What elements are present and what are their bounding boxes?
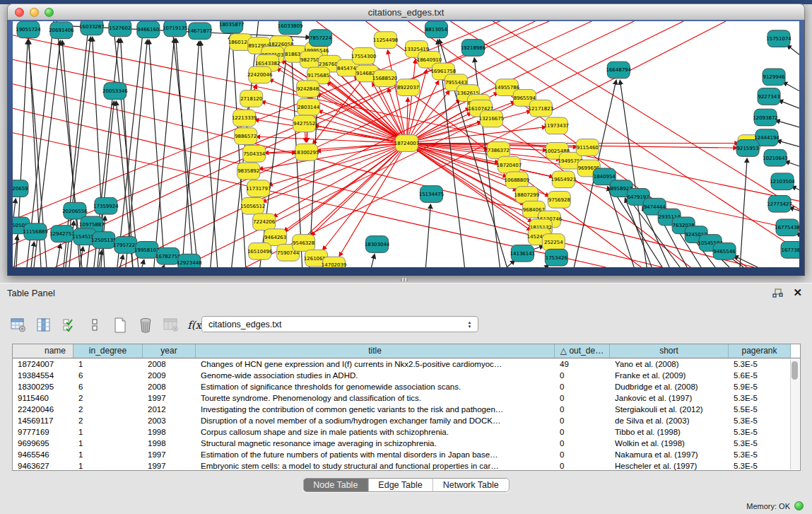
graph-node[interactable]: 18035877: [219, 21, 245, 33]
column-header-name[interactable]: name: [13, 344, 73, 358]
table-cell[interactable]: 6: [73, 370, 143, 381]
table-scrollbar[interactable]: [790, 359, 799, 469]
table-cell[interactable]: 6: [73, 381, 143, 392]
table-cell[interactable]: 5.5E-5: [729, 404, 791, 415]
table-cell[interactable]: 5.3E-5: [729, 392, 791, 404]
table-cell[interactable]: 2: [73, 404, 143, 415]
table-cell[interactable]: 2012: [143, 404, 196, 415]
table-cell[interactable]: Genome-wide association studies in ADHD.: [196, 370, 555, 381]
window-titlebar[interactable]: citations_edges.txt: [7, 4, 805, 21]
table-scrollbar-thumb[interactable]: [792, 361, 798, 380]
graph-node[interactable]: 18300295: [294, 144, 319, 161]
import-table-icon[interactable]: [163, 317, 180, 334]
graph-node[interactable]: 18303044: [365, 236, 390, 253]
graph-node[interactable]: 9756928: [548, 192, 570, 209]
table-row[interactable]: 911546021997Tourette syndrome. Phenomeno…: [13, 392, 800, 404]
table-cell[interactable]: 5.3E-5: [729, 426, 791, 438]
table-cell[interactable]: 0: [555, 426, 610, 438]
graph-node[interactable]: 18807299: [514, 187, 540, 204]
table-cell[interactable]: 0: [555, 404, 610, 415]
graph-node[interactable]: 1527602: [109, 21, 131, 37]
table-cell[interactable]: Tibbo et al. (1998): [610, 426, 729, 438]
graph-node[interactable]: 15134475: [419, 186, 445, 203]
table-row[interactable]: 2242004622012Investigating the contribut…: [13, 404, 800, 415]
graph-node[interactable]: 12773427: [767, 195, 792, 212]
table-cell[interactable]: 2: [73, 392, 143, 404]
float-panel-icon[interactable]: [772, 288, 784, 298]
graph-node[interactable]: 9427552: [293, 115, 316, 132]
graph-node[interactable]: 9215953: [736, 140, 759, 157]
graph-node[interactable]: 9466160: [137, 21, 160, 38]
table-row[interactable]: 1456911722003Disruption of a novel membe…: [13, 415, 800, 426]
graph-node[interactable]: 12093872: [753, 109, 778, 126]
graph-node[interactable]: 19218986: [461, 40, 486, 57]
table-selector-dropdown[interactable]: citations_edges.txt ▲▼: [201, 316, 478, 332]
table-cell[interactable]: de Silva et al. (2003): [610, 415, 729, 426]
table-cell[interactable]: 49: [555, 358, 610, 370]
graph-node[interactable]: 16033809: [278, 21, 303, 35]
unselect-all-icon[interactable]: [86, 317, 103, 334]
graph-node[interactable]: 12103504: [770, 173, 795, 190]
graph-node[interactable]: 13216675: [479, 110, 505, 127]
graph-node[interactable]: 19055724: [16, 21, 41, 38]
memory-ok-indicator[interactable]: [794, 501, 804, 510]
graph-node[interactable]: 7224206: [253, 214, 276, 230]
graph-node[interactable]: 11254498: [373, 32, 399, 49]
graph-node[interactable]: 11731797: [246, 180, 271, 197]
table-cell[interactable]: Nakamura et al. (1997): [610, 449, 729, 460]
table-cell[interactable]: 1998: [143, 426, 196, 438]
table-cell[interactable]: 2008: [143, 358, 196, 370]
table-cell[interactable]: Corpus callosum shape and size in male p…: [196, 426, 555, 438]
table-cell[interactable]: 14569117: [13, 415, 73, 426]
table-row[interactable]: 1938455462009Genome-wide association stu…: [13, 370, 800, 381]
tab-network-table[interactable]: Network Table: [433, 479, 509, 491]
table-cell[interactable]: 2008: [143, 381, 196, 392]
graph-node[interactable]: 2803144: [298, 98, 320, 115]
table-cell[interactable]: 1997: [143, 449, 196, 460]
graph-node[interactable]: 9546328: [293, 235, 315, 252]
graph-node[interactable]: 18720407: [497, 156, 522, 173]
table-cell[interactable]: Tourette syndrome. Phenomenology and cla…: [196, 392, 555, 404]
panel-resize-grip[interactable]: [401, 278, 408, 281]
column-header-year[interactable]: year: [143, 344, 196, 358]
graph-node[interactable]: 14671877: [187, 23, 213, 40]
table-cell[interactable]: 18300295: [13, 381, 73, 392]
network-canvas[interactable]: 1872400718601243891295518226058982750316…: [13, 21, 799, 267]
graph-node[interactable]: 1753426: [545, 249, 567, 266]
graph-node[interactable]: 8813054: [425, 21, 447, 38]
table-cell[interactable]: 18724007: [13, 358, 73, 370]
table-cell[interactable]: 9699695: [13, 438, 73, 449]
table-cell[interactable]: 5.3E-5: [729, 449, 791, 460]
table-cell[interactable]: 9463627: [13, 460, 73, 471]
table-cell[interactable]: Franke et al. (2009): [610, 370, 729, 381]
table-cell[interactable]: 2009: [143, 370, 196, 381]
graph-node[interactable]: 12923448: [177, 254, 202, 267]
graph-node[interactable]: 15056512: [240, 197, 266, 214]
table-row[interactable]: 1872400712008Changes of HCN gene express…: [13, 358, 800, 370]
table-cell[interactable]: 1: [73, 449, 143, 460]
graph-node[interactable]: 9227343: [758, 88, 780, 105]
table-settings-icon[interactable]: [10, 317, 27, 334]
table-cell[interactable]: Structural magnetic resonance image aver…: [196, 438, 555, 449]
graph-node[interactable]: 7386372: [487, 142, 510, 159]
table-cell[interactable]: Yano et al. (2008): [610, 358, 729, 370]
table-row[interactable]: 969969511998Structural magnetic resonanc…: [13, 438, 800, 449]
graph-node[interactable]: 12213339: [232, 110, 257, 127]
graph-node[interactable]: 252254: [542, 234, 565, 251]
graph-node[interactable]: 10719135: [163, 21, 188, 37]
table-cell[interactable]: 9115460: [13, 392, 73, 404]
table-cell[interactable]: 1997: [143, 460, 196, 471]
table-cell[interactable]: 5.3E-5: [729, 460, 791, 471]
new-document-icon[interactable]: [112, 317, 129, 334]
table-cell[interactable]: Jankovic et al. (1997): [610, 392, 729, 404]
table-cell[interactable]: 0: [555, 449, 610, 460]
table-cell[interactable]: 0: [555, 370, 610, 381]
graph-node[interactable]: 14702039: [322, 257, 347, 267]
graph-node[interactable]: 15751074: [766, 30, 792, 47]
table-cell[interactable]: 9465546: [13, 449, 73, 460]
graph-node[interactable]: 1677381: [781, 242, 799, 259]
show-columns-icon[interactable]: [35, 317, 52, 334]
graph-node[interactable]: 16648794: [606, 62, 631, 78]
table-cell[interactable]: 19384554: [13, 370, 73, 381]
table-cell[interactable]: 1997: [143, 392, 196, 404]
